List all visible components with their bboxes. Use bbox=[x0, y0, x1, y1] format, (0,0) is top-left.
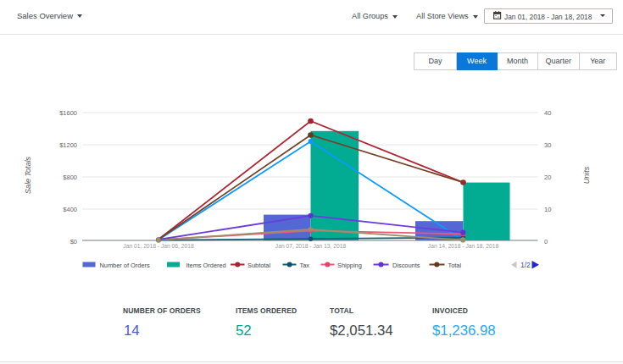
svg-text:Jan 07, 2018 - Jan 13, 2018: Jan 07, 2018 - Jan 13, 2018 bbox=[275, 243, 347, 249]
svg-text:$800: $800 bbox=[63, 174, 77, 181]
svg-text:30: 30 bbox=[544, 141, 551, 149]
svg-text:$1200: $1200 bbox=[59, 141, 77, 149]
svg-text:Subtotal: Subtotal bbox=[248, 262, 270, 269]
svg-text:Discounts: Discounts bbox=[392, 262, 420, 269]
svg-text:Sale Totals: Sale Totals bbox=[24, 156, 32, 194]
svg-text:0: 0 bbox=[544, 238, 548, 245]
svg-text:1/2: 1/2 bbox=[520, 261, 531, 269]
svg-text:Shipping: Shipping bbox=[337, 262, 362, 269]
svg-text:$0: $0 bbox=[70, 238, 77, 245]
svg-text:$1600: $1600 bbox=[59, 109, 77, 117]
svg-text:$400: $400 bbox=[63, 206, 77, 213]
svg-text:40: 40 bbox=[544, 109, 551, 117]
svg-text:Jan 14, 2018 - Jan 18, 2018: Jan 14, 2018 - Jan 18, 2018 bbox=[428, 243, 499, 249]
svg-text:Items Ordered: Items Ordered bbox=[186, 262, 226, 269]
svg-text:20: 20 bbox=[544, 174, 551, 181]
svg-text:Jan 01, 2018 - Jan 06, 2018: Jan 01, 2018 - Jan 06, 2018 bbox=[123, 243, 194, 249]
svg-text:Tax: Tax bbox=[300, 262, 310, 269]
svg-text:Units: Units bbox=[582, 166, 591, 184]
svg-text:Total: Total bbox=[448, 262, 462, 269]
svg-text:Number of Orders: Number of Orders bbox=[100, 262, 150, 269]
svg-text:10: 10 bbox=[544, 206, 551, 213]
